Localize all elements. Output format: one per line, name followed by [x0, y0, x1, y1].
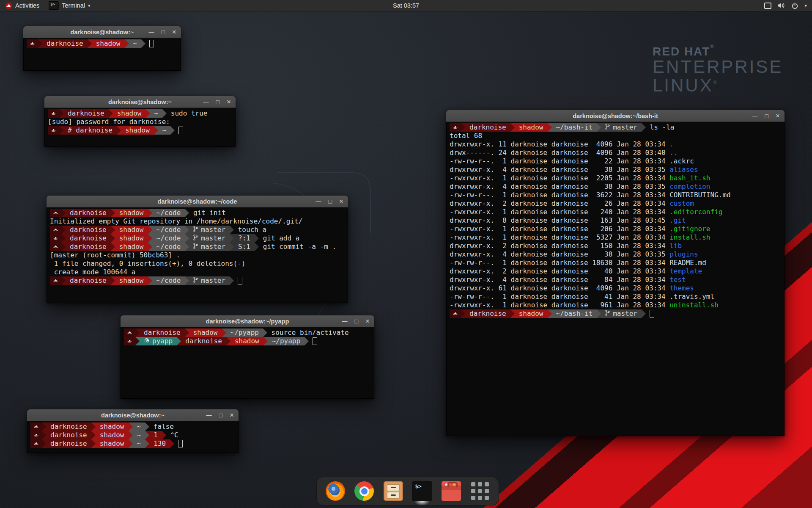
segment-text: shadow: [100, 431, 124, 439]
window-titlebar[interactable]: darknoise@shadow:~/code—□×: [47, 196, 348, 207]
terminal-content[interactable]: darknoiseshadow~ falsedarknoiseshadow~1 …: [27, 421, 239, 453]
powerline-separator: [111, 243, 115, 251]
close-button[interactable]: ×: [365, 318, 370, 325]
prompt-segment-path: ~: [129, 39, 142, 48]
maximize-button[interactable]: □: [765, 113, 768, 119]
powerline-separator: [148, 243, 152, 251]
maximize-button[interactable]: □: [329, 199, 332, 204]
terminal-content[interactable]: darknoiseshadow~: [23, 38, 181, 71]
maximize-button[interactable]: □: [219, 412, 222, 418]
powerline-separator: [255, 243, 259, 251]
segment-text: ~/code: [156, 276, 181, 285]
segment-text: shadow: [117, 109, 142, 118]
terminal-line: darknoiseshadow~/codemaster: [50, 276, 345, 285]
powerline-separator: [642, 309, 646, 318]
terminal-line: darknoiseshadow~130: [30, 439, 235, 448]
prompt-segment-git: master: [189, 226, 230, 234]
clock[interactable]: Sat 03:57: [393, 0, 419, 11]
minimize-button[interactable]: —: [316, 199, 321, 204]
maximize-button[interactable]: □: [355, 318, 358, 324]
prompt-segment-user: darknoise: [46, 422, 91, 431]
powerline-separator: [59, 126, 63, 135]
terminal-cursor: [178, 440, 183, 447]
segment-text: ~: [137, 439, 141, 448]
close-button[interactable]: ×: [227, 98, 231, 105]
powerline-separator: [148, 226, 152, 234]
powerline-separator: [61, 276, 66, 285]
system-status-area[interactable]: ▾: [764, 0, 809, 11]
close-button[interactable]: ×: [776, 112, 780, 119]
minimize-button[interactable]: —: [752, 113, 758, 119]
window-titlebar[interactable]: darknoise@shadow:~—□×: [44, 96, 236, 108]
powerline-separator: [42, 431, 46, 439]
window-titlebar[interactable]: darknoise@shadow:~—□×: [23, 26, 181, 38]
minimize-button[interactable]: —: [206, 412, 212, 418]
redhat-icon: [127, 329, 132, 337]
window-titlebar[interactable]: darknoise@shadow:~/bash-it—□×: [446, 110, 785, 122]
prompt-segment-icon: [450, 123, 461, 132]
dock-firefox[interactable]: [325, 480, 346, 502]
terminal-content[interactable]: darknoiseshadow~/pyapp source bin/activa…: [121, 327, 374, 399]
desktop[interactable]: { "top_bar": { "activities_label": "Acti…: [0, 0, 812, 508]
terminal-text: -rwxrwxr-x. 1 darknoise darknoise 240 Ja…: [450, 208, 669, 216]
segment-text: darknoise: [50, 439, 87, 448]
terminal-content[interactable]: darknoiseshadow~/code git initInitialize…: [47, 207, 348, 303]
segment-text: ?:1: [238, 234, 250, 243]
terminal-window-w1: darknoise@shadow:~—□×darknoiseshadow~: [23, 26, 181, 71]
close-button[interactable]: ×: [172, 28, 176, 36]
dock-appgrid[interactable]: [469, 480, 491, 502]
maximize-button[interactable]: □: [216, 99, 219, 105]
terminal-text: -rwxrwxr-x. 1 darknoise darknoise 961 Ja…: [450, 301, 669, 309]
terminal-content[interactable]: darknoiseshadow~/bash-itmaster ls -latot…: [446, 122, 785, 436]
minimize-button[interactable]: —: [342, 318, 348, 324]
terminal-text: -rw-rw-r--. 1 darknoise darknoise 18630 …: [450, 259, 669, 267]
segment-text: darknoise: [50, 431, 87, 439]
volume-icon: [777, 2, 785, 9]
window-titlebar[interactable]: darknoise@shadow:~—□×: [27, 409, 239, 421]
terminal-text: lib: [669, 242, 682, 250]
terminal-line: drwxrwxr-x. 4 darknoise darknoise 38 Jan…: [450, 182, 781, 191]
terminal-text: false: [149, 422, 174, 431]
redhat-icon: [51, 126, 56, 135]
maximize-button[interactable]: □: [162, 29, 165, 35]
powerline-separator: [135, 329, 140, 337]
close-button[interactable]: ×: [230, 411, 234, 419]
terminal-text: .ackrc: [669, 157, 694, 166]
terminal-text: plugins: [669, 250, 698, 259]
prompt-segment-git: master: [189, 243, 230, 251]
prompt-segment-user: darknoise: [46, 439, 91, 448]
terminal-line: [master (root-commit) 50bcb63] .: [50, 251, 345, 260]
prompt-segment-git: master: [189, 234, 230, 243]
prompt-segment-user: darknoise: [63, 109, 109, 118]
dock-terminal[interactable]: $>: [411, 480, 433, 502]
terminal-text: total 68: [450, 132, 482, 140]
prompt-segment-user: darknoise: [42, 39, 88, 48]
powerline-separator: [88, 39, 92, 48]
dock-toolbox[interactable]: [441, 480, 462, 502]
dock-files[interactable]: [383, 480, 404, 502]
powerline-separator: [61, 209, 66, 217]
terminal-content[interactable]: darknoiseshadow~ sudo true[sudo] passwor…: [44, 108, 236, 147]
terminal-text: ..: [669, 149, 678, 157]
segment-text: shadow: [119, 243, 144, 251]
terminal-text: drwxrwxr-x. 2 darknoise darknoise 150 Ja…: [450, 242, 669, 250]
terminal-line: drwx------. 24 darknoise darknoise 4096 …: [450, 149, 781, 157]
segment-text: ~: [133, 39, 137, 48]
powerline-separator: [111, 276, 115, 285]
activities-button[interactable]: Activities: [0, 0, 44, 11]
minimize-button[interactable]: —: [203, 99, 209, 105]
app-menu-terminal[interactable]: $> Terminal ▾: [44, 0, 94, 11]
close-button[interactable]: ×: [339, 198, 343, 205]
drawer: [387, 484, 400, 491]
minimize-button[interactable]: —: [149, 29, 154, 35]
terminal-text: drwxrwxr-x. 8 darknoise darknoise 163 Ja…: [450, 216, 669, 225]
window-buttons: —□×: [206, 409, 234, 421]
terminal-text: git init: [189, 209, 226, 217]
terminal-line: # darknoiseshadow~: [48, 126, 232, 135]
segment-text: darknoise: [68, 109, 104, 118]
dock-chrome[interactable]: [354, 480, 375, 502]
terminal-text: template: [669, 267, 702, 276]
prompt-segment-icon: [30, 439, 42, 448]
segment-text: ~: [137, 431, 141, 439]
window-titlebar[interactable]: darknoise@shadow:~/pyapp—□×: [121, 315, 374, 327]
